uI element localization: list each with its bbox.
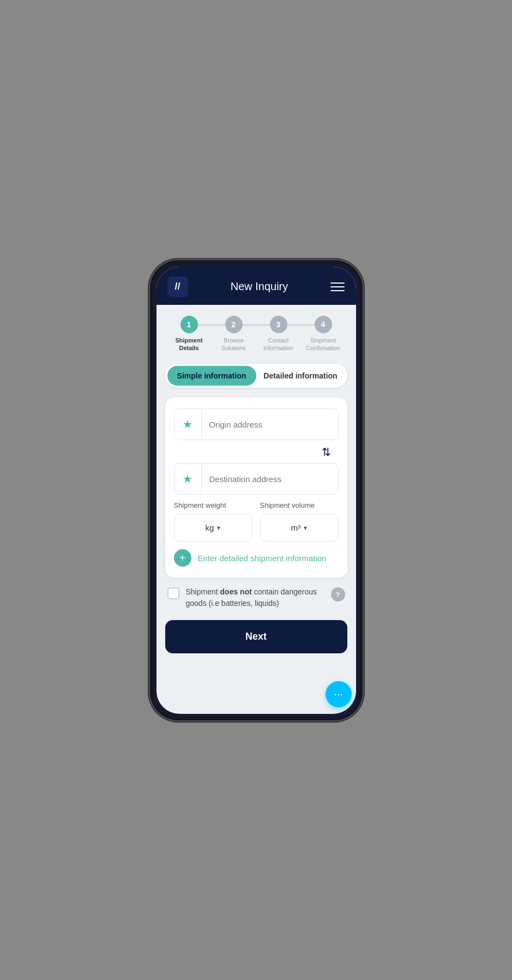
simple-info-tab[interactable]: Simple information [167, 366, 256, 386]
add-detailed-info-row[interactable]: + Enter detailed shipment information [174, 549, 339, 567]
destination-address-input[interactable] [202, 466, 338, 492]
step-4-label: Shipment Confirmation [302, 336, 345, 352]
step-4-circle: 4 [315, 316, 332, 333]
step-4[interactable]: 4 Shipment Confirmation [302, 316, 345, 352]
swap-area: ⇅ [174, 443, 339, 461]
detailed-info-tab[interactable]: Detailed information [256, 366, 345, 386]
progress-steps: 1 Shipment Details 2 Browse Solutions 3 … [165, 316, 347, 352]
phone-frame: // New Inquiry 1 Shipment Details [150, 260, 363, 720]
weight-label: Shipment weight [174, 501, 252, 509]
volume-select[interactable]: m³ ▾ [260, 514, 339, 542]
help-button[interactable]: ? [331, 587, 345, 602]
dangerous-goods-row: Shipment does not contain dangerous good… [165, 586, 347, 609]
weight-volume-section: Shipment weight kg ▾ Shipment volume m³ … [174, 501, 339, 542]
info-type-toggle: Simple information Detailed information [165, 364, 347, 388]
app-logo: // [167, 276, 188, 297]
volume-chevron-icon: ▾ [304, 524, 307, 532]
page-title: New Inquiry [231, 280, 288, 293]
chat-icon: ··· [334, 688, 343, 700]
dangerous-goods-label: Shipment does not contain dangerous good… [186, 586, 324, 609]
origin-icon-box: ★ [174, 409, 202, 440]
app-header: // New Inquiry [156, 267, 356, 305]
add-icon: + [174, 549, 191, 567]
phone-screen: // New Inquiry 1 Shipment Details [156, 267, 356, 714]
dangerous-goods-checkbox[interactable] [167, 587, 179, 599]
weight-chevron-icon: ▾ [217, 524, 220, 532]
destination-icon-box: ★ [174, 464, 202, 494]
weight-select[interactable]: kg ▾ [174, 514, 252, 542]
step-2-circle: 2 [225, 316, 243, 333]
origin-input-row[interactable]: ★ [174, 408, 339, 440]
origin-star-icon: ★ [183, 418, 192, 431]
origin-address-input[interactable] [202, 411, 338, 438]
step-3[interactable]: 3 Contact information [257, 316, 300, 352]
step-2-label: Browse Solutions [212, 336, 256, 352]
chat-fab-button[interactable]: ··· [326, 681, 352, 707]
menu-line-1 [330, 282, 345, 284]
step-1-circle: 1 [180, 316, 198, 333]
step-3-circle: 3 [270, 316, 287, 333]
step-3-label: Contact information [257, 336, 300, 352]
step-2[interactable]: 2 Browse Solutions [212, 316, 256, 352]
menu-line-3 [330, 290, 345, 291]
add-info-text: Enter detailed shipment information [198, 554, 327, 563]
swap-addresses-button[interactable]: ⇅ [320, 443, 333, 461]
volume-label: Shipment volume [260, 501, 339, 509]
step-1-label: Shipment Details [167, 336, 211, 352]
destination-input-row[interactable]: ★ [174, 463, 339, 495]
destination-star-icon: ★ [183, 472, 192, 485]
menu-button[interactable] [330, 282, 345, 291]
main-content: 1 Shipment Details 2 Browse Solutions 3 … [156, 305, 356, 714]
step-1: 1 Shipment Details [167, 316, 211, 352]
volume-col: Shipment volume m³ ▾ [260, 501, 339, 542]
weight-col: Shipment weight kg ▾ [174, 501, 252, 542]
form-card: ★ ⇅ ★ Shipment w [165, 398, 347, 578]
next-button[interactable]: Next [165, 620, 347, 653]
menu-line-2 [330, 286, 345, 287]
